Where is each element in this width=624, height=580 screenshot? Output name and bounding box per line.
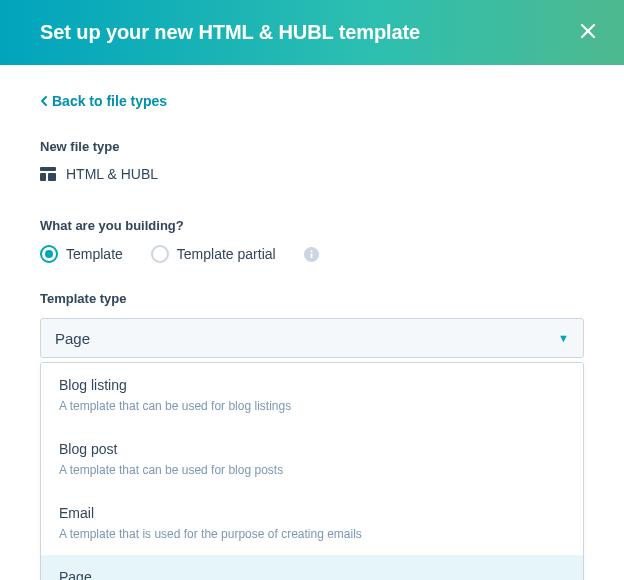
svg-rect-4 xyxy=(48,173,56,181)
radio-template-partial[interactable]: Template partial xyxy=(151,245,276,263)
file-type-value: HTML & HUBL xyxy=(66,166,158,182)
close-button[interactable] xyxy=(574,19,602,47)
chevron-left-icon xyxy=(40,95,48,107)
template-type-label: Template type xyxy=(40,291,584,306)
select-value: Page xyxy=(55,330,90,347)
dropdown-item-email[interactable]: Email A template that is used for the pu… xyxy=(41,491,583,555)
building-radio-group: Template Template partial xyxy=(40,245,584,263)
modal-header: Set up your new HTML & HUBL template xyxy=(0,0,624,65)
layout-icon xyxy=(40,166,56,182)
template-type-dropdown[interactable]: Blog listing A template that can be used… xyxy=(40,362,584,580)
file-type-label: New file type xyxy=(40,139,584,154)
dropdown-item-label: Blog listing xyxy=(59,377,565,393)
info-icon[interactable] xyxy=(304,246,320,262)
radio-template[interactable]: Template xyxy=(40,245,123,263)
radio-icon xyxy=(40,245,58,263)
building-label: What are you building? xyxy=(40,218,584,233)
svg-rect-3 xyxy=(40,173,46,181)
radio-label: Template partial xyxy=(177,246,276,262)
modal-title: Set up your new HTML & HUBL template xyxy=(40,21,420,44)
template-type-select[interactable]: Page ▼ xyxy=(40,318,584,358)
dropdown-item-label: Blog post xyxy=(59,441,565,457)
radio-label: Template xyxy=(66,246,123,262)
svg-rect-2 xyxy=(40,167,56,171)
dropdown-item-page[interactable]: Page xyxy=(41,555,583,580)
dropdown-item-blog-listing[interactable]: Blog listing A template that can be used… xyxy=(41,363,583,427)
dropdown-item-description: A template that can be used for blog lis… xyxy=(59,399,565,413)
caret-down-icon: ▼ xyxy=(558,332,569,344)
dropdown-item-label: Page xyxy=(59,569,565,580)
close-icon xyxy=(579,22,597,44)
svg-rect-7 xyxy=(311,253,313,258)
back-link[interactable]: Back to file types xyxy=(40,93,167,109)
svg-point-6 xyxy=(311,250,313,252)
back-link-label: Back to file types xyxy=(52,93,167,109)
dropdown-item-label: Email xyxy=(59,505,565,521)
dropdown-item-description: A template that can be used for blog pos… xyxy=(59,463,565,477)
radio-icon xyxy=(151,245,169,263)
dropdown-item-blog-post[interactable]: Blog post A template that can be used fo… xyxy=(41,427,583,491)
modal-body: Back to file types New file type HTML & … xyxy=(0,65,624,580)
dropdown-item-description: A template that is used for the purpose … xyxy=(59,527,565,541)
file-type-value-row: HTML & HUBL xyxy=(40,166,584,182)
